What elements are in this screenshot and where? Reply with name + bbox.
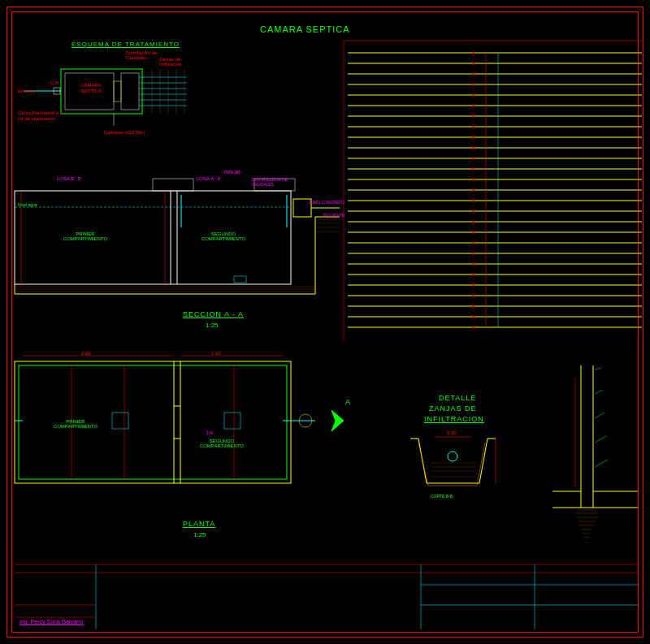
svg-line-127 (595, 413, 604, 418)
svg-point-109 (473, 305, 475, 308)
svg-point-102 (473, 231, 475, 234)
svg-point-90 (473, 105, 475, 107)
section-tapa: TAPA Ø8° (223, 170, 241, 175)
schema-cerco: Cerco Perimetral a 1 mt de separación (18, 110, 67, 121)
svg-point-98 (473, 189, 475, 192)
detalle-dim: 0.30 (447, 430, 457, 435)
author: Ing. Percy Soria Galvarro (20, 619, 84, 625)
svg-line-128 (595, 436, 606, 443)
infiltration-grid (340, 37, 642, 345)
svg-point-101 (473, 221, 475, 223)
svg-point-97 (473, 179, 475, 181)
svg-point-95 (473, 158, 475, 160)
svg-point-96 (473, 168, 475, 171)
planta-pendiente: 1% (206, 430, 214, 435)
detalle-title2: ZANJAS DE (429, 404, 477, 413)
svg-point-107 (473, 284, 475, 287)
section-title: SECCION A - A (183, 310, 244, 318)
svg-point-89 (473, 94, 475, 97)
planta-dim2: 1.10 (211, 351, 221, 356)
detalle-drawing (402, 422, 516, 512)
svg-point-92 (473, 126, 475, 128)
section-losa2: LOSA A° 4° (197, 176, 222, 181)
svg-line-129 (595, 460, 608, 467)
schema-title: ESQUEMA DE TRATAMIENTO (72, 41, 180, 48)
svg-line-125 (595, 368, 601, 370)
section-dist: DISTRIBUIDOR DE CAUDALES (252, 177, 292, 187)
svg-point-110 (473, 316, 475, 318)
svg-point-103 (473, 242, 475, 244)
schema-zanjas: Zanjas de Infiltración (159, 57, 200, 67)
svg-rect-49 (224, 413, 240, 429)
planta-scale: 1:25 (193, 531, 206, 538)
planta-title: PLANTA (183, 520, 215, 528)
section-losa1: LOSA E° 5° (57, 176, 82, 181)
svg-point-94 (473, 147, 475, 149)
svg-point-108 (473, 295, 475, 297)
svg-point-85 (473, 52, 475, 54)
schema-entrada: Entrada (18, 89, 35, 93)
svg-point-111 (473, 326, 475, 329)
svg-line-126 (595, 390, 603, 394)
planta-primer: PRIMER COMPARTIMIENTO (47, 419, 104, 429)
planta-a: A (345, 398, 350, 406)
svg-point-106 (473, 274, 475, 276)
schema-camara: CAMARA SEPTICA (75, 83, 107, 94)
detalle-title1: DETALLE (439, 394, 476, 402)
svg-rect-48 (112, 413, 128, 429)
svg-point-86 (473, 63, 475, 65)
section-scale: 1:25 (206, 322, 219, 329)
svg-rect-22 (153, 179, 193, 191)
title-block (15, 560, 640, 633)
planta-segundo: SEGUNDO COMPARTIMIENTO (193, 439, 250, 448)
svg-rect-38 (234, 276, 246, 283)
svg-point-105 (473, 263, 475, 266)
svg-rect-2 (121, 73, 139, 110)
section-primer: PRIMER COMPARTIMIENTO (57, 231, 114, 241)
wall-detail (552, 365, 642, 560)
svg-point-91 (473, 115, 475, 118)
schema-canopas: Cañopas s/22.50m (104, 130, 153, 136)
detalle-corte: CORTE B-B (431, 494, 453, 499)
svg-point-88 (473, 84, 475, 86)
svg-point-100 (473, 210, 475, 213)
section-segundo: SEGUNDO COMPARTIMIENTO (195, 231, 252, 241)
svg-rect-5 (114, 81, 121, 102)
svg-point-99 (473, 200, 475, 202)
svg-point-87 (473, 73, 475, 76)
svg-point-114 (448, 452, 457, 461)
svg-point-104 (473, 253, 475, 255)
planta-dim1: 2.62 (81, 351, 91, 356)
svg-point-93 (473, 136, 475, 139)
main-title: CAMARA SEPTICA (260, 24, 350, 34)
section-nivel: Nivel agua (18, 202, 37, 207)
schema-cr: C.R. (50, 80, 60, 85)
